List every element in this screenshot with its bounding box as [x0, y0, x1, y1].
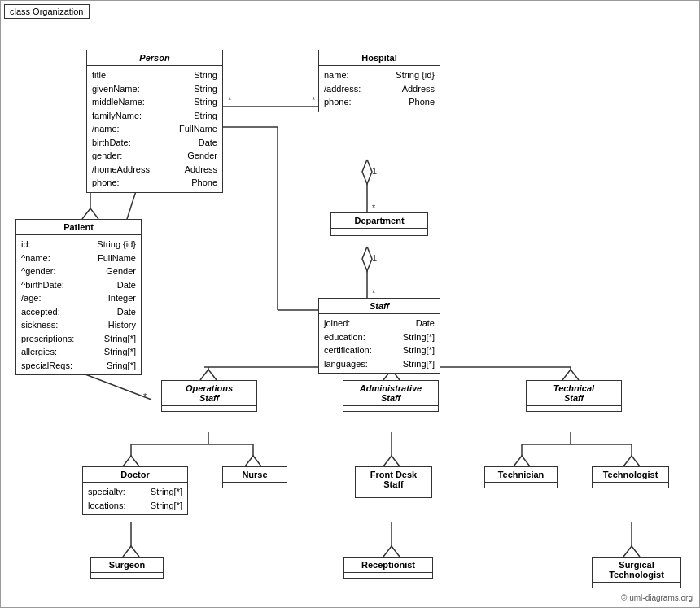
surgical-technologist-attrs [593, 583, 680, 588]
svg-text:*: * [372, 288, 376, 298]
class-label: class Organization [4, 4, 90, 19]
patient-header: Patient [16, 220, 141, 235]
doctor-header: Doctor [83, 467, 187, 483]
surgeon-class: Surgeon [90, 557, 164, 579]
receptionist-attrs [344, 573, 432, 578]
operations-staff-name: OperationsStaff [186, 383, 233, 403]
nurse-name: Nurse [242, 470, 267, 479]
department-header: Department [331, 213, 427, 229]
patient-attrs: id:String {id} ^name:FullName ^gender:Ge… [16, 235, 141, 374]
operations-staff-attrs [162, 406, 256, 411]
front-desk-staff-header: Front DeskStaff [356, 467, 431, 492]
front-desk-staff-name: Front DeskStaff [370, 470, 417, 489]
doctor-attrs: specialty:String[*] locations:String[*] [83, 483, 187, 514]
receptionist-header: Receptionist [344, 558, 432, 573]
operations-staff-class: OperationsStaff [161, 380, 257, 412]
surgical-technologist-header: SurgicalTechnologist [593, 558, 680, 583]
hospital-name: Hospital [361, 53, 396, 63]
diagram-title: class Organization [10, 7, 84, 16]
hospital-header: Hospital [319, 50, 440, 66]
doctor-class: Doctor specialty:String[*] locations:Str… [82, 466, 188, 515]
person-attrs: title:String givenName:String middleName… [87, 66, 222, 192]
administrative-staff-name: AdministrativeStaff [360, 383, 422, 403]
hospital-attrs: name:String {id} /address:Address phone:… [319, 66, 440, 112]
technologist-name: Technologist [603, 470, 658, 479]
technical-staff-name: TechnicalStaff [553, 383, 594, 403]
technical-staff-class: TechnicalStaff [526, 380, 622, 412]
staff-header: Staff [319, 299, 440, 314]
staff-name: Staff [370, 301, 389, 311]
technician-class: Technician [484, 466, 558, 488]
nurse-class: Nurse [222, 466, 287, 488]
diagram-container: class Organization * * 1 * 1 * * [0, 0, 700, 608]
technologist-header: Technologist [593, 467, 668, 483]
technical-staff-attrs [527, 406, 621, 411]
staff-class: Staff joined:Date education:String[*] ce… [318, 298, 440, 374]
technologist-attrs [593, 483, 668, 488]
svg-text:*: * [372, 203, 376, 212]
front-desk-staff-attrs [356, 492, 431, 497]
svg-text:*: * [228, 95, 232, 105]
svg-text:*: * [312, 95, 316, 105]
surgical-technologist-name: SurgicalTechnologist [609, 560, 664, 580]
hospital-class: Hospital name:String {id} /address:Addre… [318, 50, 440, 112]
department-name: Department [354, 216, 404, 225]
surgeon-header: Surgeon [91, 558, 163, 573]
person-header: Person [87, 50, 222, 66]
doctor-name: Doctor [120, 470, 149, 479]
person-name: Person [139, 53, 169, 63]
administrative-staff-attrs [343, 406, 438, 411]
surgeon-name: Surgeon [109, 560, 146, 570]
nurse-header: Nurse [223, 467, 287, 483]
technician-name: Technician [498, 470, 545, 479]
administrative-staff-header: AdministrativeStaff [343, 381, 438, 406]
person-class: Person title:String givenName:String mid… [86, 50, 223, 193]
technologist-class: Technologist [592, 466, 669, 488]
technical-staff-header: TechnicalStaff [527, 381, 621, 406]
copyright: © uml-diagrams.org [621, 593, 693, 602]
surgeon-attrs [91, 573, 163, 578]
svg-text:1: 1 [372, 166, 377, 176]
receptionist-name: Receptionist [361, 560, 415, 570]
copyright-text: © uml-diagrams.org [621, 593, 693, 602]
department-class: Department [330, 212, 428, 236]
operations-staff-header: OperationsStaff [162, 381, 256, 406]
staff-attrs: joined:Date education:String[*] certific… [319, 314, 440, 373]
technician-attrs [485, 483, 557, 488]
patient-class: Patient id:String {id} ^name:FullName ^g… [15, 219, 142, 375]
technician-header: Technician [485, 467, 557, 483]
surgical-technologist-class: SurgicalTechnologist [592, 557, 681, 588]
front-desk-staff-class: Front DeskStaff [355, 466, 432, 498]
svg-text:1: 1 [372, 253, 377, 263]
svg-text:*: * [143, 391, 147, 401]
patient-name: Patient [63, 222, 94, 232]
nurse-attrs [223, 483, 287, 488]
department-attrs [331, 229, 427, 235]
administrative-staff-class: AdministrativeStaff [343, 380, 439, 412]
receptionist-class: Receptionist [343, 557, 433, 579]
